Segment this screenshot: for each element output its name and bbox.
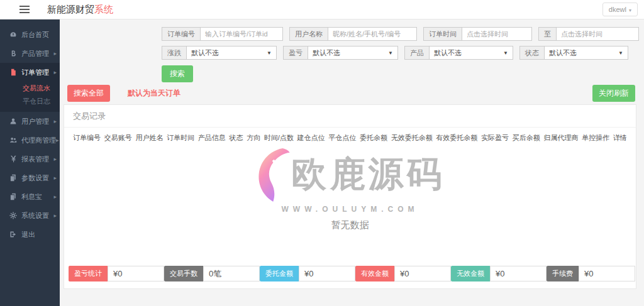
hamburger-menu-icon[interactable] [19,6,30,13]
filter-input[interactable] [200,27,283,41]
user-name: dkewl [609,6,626,13]
app-title: 新能源财贸系统 [47,0,113,19]
search-button[interactable]: 搜索 [162,65,193,82]
actions-row: 搜索全部 默认为当天订单 关闭刷新 [60,85,644,101]
sidebar-subitem[interactable]: 平仓日志 [0,95,60,108]
watermark: 欧鹿源码 [255,146,445,204]
table-empty-body: 欧鹿源码 WWW.OULUYM.COM 暂无数据 盈亏统计¥0交易手数0笔委托金… [64,146,636,288]
filter-label: 用户名称 [289,27,328,41]
filter-form: 订单编号用户名称订单时间至 涨跌默认不选▼盈亏默认不选▼产品默认不选▼状态默认不… [60,19,644,82]
filter-group: 状态默认不选▼ [519,46,628,60]
sidebar-submenu: 交易流水平仓日志 [0,82,60,112]
filter-group: 涨跌默认不选▼ [162,46,277,60]
column-header: 交易账号 [104,133,132,143]
caret-down-icon: ▾ [629,8,631,13]
close-refresh-button[interactable]: 关闭刷新 [592,85,635,102]
today-orders-note: 默认为当天订单 [128,88,180,99]
sidebar-item-user[interactable]: 用户管理▸ [0,112,60,131]
sidebar-item-agents[interactable]: 代理商管理▸ [0,131,60,150]
column-header: 平仓点位 [328,133,356,143]
dashboard-icon [8,31,18,39]
column-header: 产品信息 [198,133,226,143]
logout-icon [8,231,18,239]
sidebar-item-report[interactable]: 报表管理▸ [0,150,60,168]
select-value: 默认不选 [434,48,462,58]
filter-group: 盈亏默认不选▼ [283,46,398,60]
chevron-right-icon: ▸ [53,50,57,57]
sidebar: 后台首页产品管理▸订单管理▸交易流水平仓日志用户管理▸代理商管理▸报表管理▸参数… [0,19,60,306]
stat-value: ¥0 [579,266,635,281]
filter-select[interactable]: 默认不选▼ [429,46,513,60]
search-all-button[interactable]: 搜索全部 [67,85,110,102]
sidebar-item-params[interactable]: 参数设置▸ [0,168,60,187]
sidebar-item-label: 参数设置 [21,173,53,183]
column-header: 有效委托余额 [436,133,477,143]
stat-item: 委托金额¥0 [260,266,355,281]
stat-value: ¥0 [108,266,164,281]
filter-row-1: 订单编号用户名称订单时间至 [162,27,635,41]
stat-label-chip: 手续费 [547,266,579,281]
interest-icon [8,193,18,201]
stats-row: 盈亏统计¥0交易手数0笔委托金额¥0有效金额¥0无效金额¥0手续费¥0 [64,266,636,288]
stat-label-chip: 盈亏统计 [69,266,108,281]
stat-label-chip: 交易手数 [164,266,203,281]
user-dropdown[interactable]: dkewl▾ [602,3,638,16]
chevron-right-icon: ▸ [53,156,57,162]
report-icon [8,155,18,163]
top-header: 新能源财贸系统 dkewl▾ [0,0,644,19]
filter-group: 订单时间 [423,27,532,41]
sidebar-menu: 后台首页产品管理▸订单管理▸交易流水平仓日志用户管理▸代理商管理▸报表管理▸参数… [0,25,60,244]
panel-title: 交易记录 [64,105,636,128]
chevron-right-icon: ▸ [53,175,57,181]
sidebar-item-label: 产品管理 [21,49,53,58]
sidebar-item-product[interactable]: 产品管理▸ [0,44,60,63]
sidebar-subitem[interactable]: 交易流水 [0,82,60,95]
filter-label: 产品 [404,46,429,60]
column-header: 委托余额 [360,133,387,143]
filter-label: 订单时间 [423,27,462,41]
filter-label: 订单编号 [162,27,200,41]
sidebar-item-label: 代理商管理 [21,136,56,145]
watermark-brand-text: 欧鹿源码 [292,151,445,199]
system-icon [8,212,18,220]
column-header: 方向 [247,133,260,143]
column-header: 时间/点数 [264,133,294,143]
stat-value: ¥0 [394,266,451,281]
stat-item: 无效金额¥0 [451,266,547,281]
column-header: 实际盈亏 [481,133,509,143]
filter-select[interactable]: 默认不选▼ [308,46,398,60]
agents-icon [8,136,18,145]
chevron-right-icon: ▸ [53,69,57,75]
filter-input[interactable] [556,27,639,41]
app-title-accent: 系统 [94,4,113,14]
sidebar-item-dashboard[interactable]: 后台首页 [0,25,60,44]
filter-group: 产品默认不选▼ [404,46,513,60]
select-value: 默认不选 [191,48,219,58]
filter-label: 状态 [519,46,544,60]
stat-value: ¥0 [490,266,547,281]
filter-select[interactable]: 默认不选▼ [186,46,277,60]
sidebar-item-label: 利息宝 [21,192,53,202]
sidebar-item-interest[interactable]: 利息宝▸ [0,187,60,206]
filter-select[interactable]: 默认不选▼ [544,46,628,60]
filter-input[interactable] [328,27,417,41]
order-icon [8,68,18,77]
filter-label: 盈亏 [283,46,308,60]
stat-item: 盈亏统计¥0 [69,266,164,281]
column-header: 单控操作 [582,133,609,143]
product-icon [8,50,18,58]
stat-label-chip: 无效金额 [451,266,490,281]
app-title-main: 新能源财贸 [47,4,94,14]
filter-group: 订单编号 [162,27,283,41]
chevron-right-icon: ▸ [53,194,57,200]
column-header: 状态 [229,133,243,143]
watermark-site-text: WWW.OULUYM.COM [282,205,419,214]
sidebar-item-system[interactable]: 系统设置▸ [0,206,60,225]
sidebar-item-order[interactable]: 订单管理▸ [0,63,60,82]
sidebar-item-label: 退出 [21,230,57,239]
sidebar-item-logout[interactable]: 退出 [0,225,60,244]
sidebar-item-label: 用户管理 [21,117,53,126]
filter-input[interactable] [462,27,532,41]
empty-data-text: 暂无数据 [331,219,369,231]
chevron-right-icon: ▸ [53,118,57,124]
